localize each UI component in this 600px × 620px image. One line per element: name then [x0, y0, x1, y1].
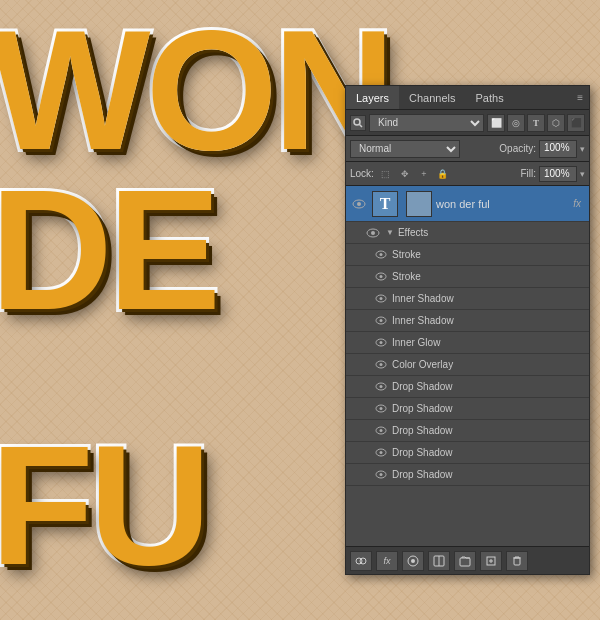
svg-point-7 — [380, 253, 383, 256]
effect-drop-shadow-4[interactable]: Drop Shadow — [346, 442, 589, 464]
svg-point-25 — [380, 451, 383, 454]
effect-drop-shadow-3[interactable]: Drop Shadow — [346, 420, 589, 442]
svg-point-15 — [380, 341, 383, 344]
filter-pixel-icon[interactable]: ⬜ — [487, 114, 505, 132]
svg-point-19 — [380, 385, 383, 388]
opacity-row: Opacity: 100% ▾ — [499, 140, 585, 158]
effects-label: Effects — [398, 227, 428, 238]
new-layer-button[interactable] — [480, 551, 502, 571]
blend-opacity-row: Normal Opacity: 100% ▾ — [346, 136, 589, 162]
letter-row-3: FU — [0, 420, 207, 590]
effect-name-drop-shadow-1: Drop Shadow — [392, 381, 453, 392]
kind-select[interactable]: Kind — [369, 114, 484, 132]
svg-point-23 — [380, 429, 383, 432]
lock-all-icon[interactable]: 🔒 — [435, 166, 451, 182]
fill-dropdown[interactable]: ▾ — [580, 169, 585, 179]
fill-input[interactable]: 100% — [539, 166, 577, 182]
effects-arrow-icon: ▼ — [386, 228, 394, 237]
svg-line-1 — [360, 124, 363, 127]
effect-name-inner-glow: Inner Glow — [392, 337, 440, 348]
effect-visibility-drop-shadow-4[interactable] — [374, 446, 388, 460]
effect-visibility-color-overlay[interactable] — [374, 358, 388, 372]
lock-fill-row: Lock: ⬚ ✥ + 🔒 Fill: 100% ▾ — [346, 162, 589, 186]
opacity-label: Opacity: — [499, 143, 536, 154]
opacity-input[interactable]: 100% — [539, 140, 577, 158]
fill-label: Fill: — [520, 168, 536, 179]
tab-layers[interactable]: Layers — [346, 86, 399, 109]
svg-point-27 — [380, 473, 383, 476]
adjustment-button[interactable] — [428, 551, 450, 571]
fx-button[interactable]: fx — [376, 551, 398, 571]
effect-name-drop-shadow-2: Drop Shadow — [392, 403, 453, 414]
effects-visibility-toggle[interactable] — [364, 224, 382, 242]
effect-visibility-stroke-1[interactable] — [374, 248, 388, 262]
effect-visibility-drop-shadow-1[interactable] — [374, 380, 388, 394]
tab-channels[interactable]: Channels — [399, 86, 465, 109]
effect-name-drop-shadow-4: Drop Shadow — [392, 447, 453, 458]
effect-visibility-drop-shadow-3[interactable] — [374, 424, 388, 438]
delete-layer-button[interactable] — [506, 551, 528, 571]
lock-position-icon[interactable]: ✥ — [397, 166, 413, 182]
effect-name-color-overlay: Color Overlay — [392, 359, 453, 370]
svg-point-5 — [371, 231, 375, 235]
filter-smart-icon[interactable]: ⬛ — [567, 114, 585, 132]
layer-mask-thumbnail — [406, 191, 432, 217]
blend-mode-select[interactable]: Normal — [350, 140, 460, 158]
effect-stroke-2[interactable]: Stroke — [346, 266, 589, 288]
effect-name-drop-shadow-3: Drop Shadow — [392, 425, 453, 436]
effect-visibility-inner-shadow-1[interactable] — [374, 292, 388, 306]
effect-stroke-1[interactable]: Stroke — [346, 244, 589, 266]
effect-visibility-inner-glow[interactable] — [374, 336, 388, 350]
fill-row: Fill: 100% ▾ — [520, 166, 585, 182]
panel-tabs: Layers Channels Paths ≡ — [346, 86, 589, 110]
search-bar: Kind ⬜ ◎ T ⬡ ⬛ — [346, 110, 589, 136]
layer-visibility-toggle[interactable] — [350, 195, 368, 213]
svg-point-9 — [380, 275, 383, 278]
lock-icons: ⬚ ✥ + 🔒 — [378, 166, 451, 182]
effect-color-overlay[interactable]: Color Overlay — [346, 354, 589, 376]
layer-fx-badge: fx — [573, 198, 581, 209]
link-layers-button[interactable] — [350, 551, 372, 571]
effect-inner-shadow-1[interactable]: Inner Shadow — [346, 288, 589, 310]
filter-shape-icon[interactable]: ⬡ — [547, 114, 565, 132]
svg-point-0 — [354, 119, 360, 125]
text-layer[interactable]: T won der ful fx — [346, 186, 589, 222]
effect-name-drop-shadow-5: Drop Shadow — [392, 469, 453, 480]
lock-artboard-icon[interactable]: + — [416, 166, 432, 182]
layer-name: won der ful — [436, 198, 573, 210]
svg-rect-34 — [460, 558, 470, 566]
filter-icons: ⬜ ◎ T ⬡ ⬛ — [487, 114, 585, 132]
lock-label: Lock: — [350, 168, 374, 179]
svg-point-3 — [357, 202, 361, 206]
effect-name-stroke-1: Stroke — [392, 249, 421, 260]
svg-point-29 — [360, 558, 366, 564]
panel-menu-button[interactable]: ≡ — [571, 89, 589, 106]
tab-paths[interactable]: Paths — [466, 86, 514, 109]
effect-drop-shadow-2[interactable]: Drop Shadow — [346, 398, 589, 420]
effect-visibility-drop-shadow-5[interactable] — [374, 468, 388, 482]
mask-button[interactable] — [402, 551, 424, 571]
lock-pixels-icon[interactable]: ⬚ — [378, 166, 394, 182]
search-icon — [350, 115, 366, 131]
filter-text-icon[interactable]: T — [527, 114, 545, 132]
effect-visibility-stroke-2[interactable] — [374, 270, 388, 284]
filter-adjust-icon[interactable]: ◎ — [507, 114, 525, 132]
effect-drop-shadow-1[interactable]: Drop Shadow — [346, 376, 589, 398]
svg-point-17 — [380, 363, 383, 366]
letter-row-1: WON — [0, 5, 390, 175]
effect-name-inner-shadow-1: Inner Shadow — [392, 293, 454, 304]
layers-list[interactable]: T won der ful fx ▼ Effects — [346, 186, 589, 546]
svg-point-31 — [411, 559, 415, 563]
effect-visibility-drop-shadow-2[interactable] — [374, 402, 388, 416]
effect-inner-glow[interactable]: Inner Glow — [346, 332, 589, 354]
effect-inner-shadow-2[interactable]: Inner Shadow — [346, 310, 589, 332]
opacity-dropdown[interactable]: ▾ — [580, 144, 585, 154]
group-button[interactable] — [454, 551, 476, 571]
decorative-text: WON DE FU — [0, 0, 330, 620]
svg-point-13 — [380, 319, 383, 322]
layer-thumbnail: T — [372, 191, 398, 217]
effects-header[interactable]: ▼ Effects — [346, 222, 589, 244]
effect-drop-shadow-5[interactable]: Drop Shadow — [346, 464, 589, 486]
panel-toolbar: fx — [346, 546, 589, 574]
effect-visibility-inner-shadow-2[interactable] — [374, 314, 388, 328]
